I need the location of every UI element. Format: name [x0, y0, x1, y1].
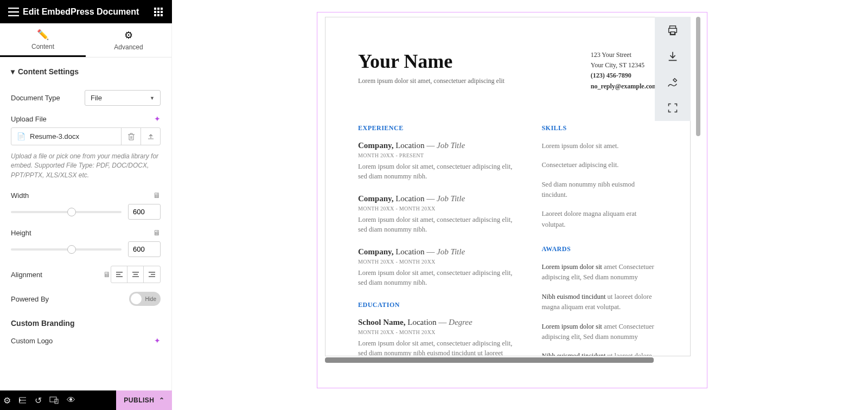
preview-icon[interactable]: 👁	[67, 395, 75, 405]
upload-file-button[interactable]	[141, 128, 160, 145]
resume-name: Your Name	[358, 50, 505, 73]
sparkle-icon[interactable]: ✦	[154, 336, 161, 345]
experience-entry: Company, Location — Job Title MONTH 20XX…	[358, 141, 514, 181]
publish-label: PUBLISH	[124, 396, 154, 404]
row-document-type: Document Type File	[11, 90, 161, 106]
navigator-icon[interactable]	[18, 396, 27, 405]
gear-icon: ⚙	[124, 29, 133, 41]
resume-tagline: Lorem ipsum dolor sit amet, consectetuer…	[358, 77, 505, 85]
skill-item: Laoreet dolore magna aliquam erat volutp…	[541, 209, 658, 230]
upload-help-text: Upload a file or pick one from your medi…	[11, 152, 161, 180]
main-menu-button[interactable]	[5, 8, 22, 16]
award-item: Lorem ipsum dolor sit amet Consectetuer …	[541, 262, 658, 283]
alignment-buttons	[111, 266, 161, 283]
experience-entry: Company, Location — Job Title MONTH 20XX…	[358, 247, 514, 287]
skill-item: Lorem ipsum dolor sit amet.	[541, 141, 658, 151]
skill-item: Sed diam nonummy nibh euismod tincidunt.	[541, 180, 658, 201]
publish-button[interactable]: PUBLISH ⌃	[116, 390, 172, 410]
editor-title: Edit EmbedPress Document	[22, 7, 150, 17]
panel-body: ▾ Content Settings Document Type File Up…	[0, 57, 171, 390]
desktop-icon[interactable]: 🖥	[153, 191, 161, 200]
fullscreen-button[interactable]	[667, 102, 678, 113]
settings-tabs: ✏️ Content ⚙ Advanced	[0, 23, 171, 57]
svg-rect-1	[157, 8, 159, 10]
svg-rect-2	[161, 8, 163, 10]
sparkle-icon[interactable]: ✦	[154, 114, 161, 123]
height-input[interactable]	[128, 241, 161, 257]
width-label: Width	[11, 191, 153, 200]
svg-rect-0	[154, 8, 156, 10]
skills-heading: SKILLS	[541, 124, 658, 132]
education-entry: School Name, Location — Degree MONTH 20X…	[358, 318, 514, 357]
contact-email: no_reply@example.com	[591, 81, 658, 92]
skill-item: Consectetuer adipiscing elit.	[541, 160, 658, 170]
tab-content[interactable]: ✏️ Content	[0, 23, 86, 57]
powered-by-toggle[interactable]: Hide	[129, 292, 161, 306]
tab-advanced[interactable]: ⚙ Advanced	[86, 23, 171, 57]
row-alignment: Alignment 🖥	[11, 266, 161, 283]
section-content-settings[interactable]: ▾ Content Settings	[11, 57, 161, 81]
custom-branding-header: Custom Branding	[11, 319, 161, 328]
document-type-label: Document Type	[11, 94, 85, 102]
pencil-icon: ✏️	[37, 29, 49, 41]
svg-rect-8	[161, 14, 163, 16]
section-title: Content Settings	[18, 67, 79, 76]
draw-button[interactable]	[667, 76, 679, 88]
document-type-select[interactable]: File	[85, 90, 161, 106]
svg-rect-5	[161, 11, 163, 13]
tab-advanced-label: Advanced	[114, 43, 143, 51]
document-type-value: File	[91, 94, 102, 102]
document-icon: 📄	[17, 132, 25, 140]
contact-street: 123 Your Street	[591, 50, 658, 60]
history-icon[interactable]: ↺	[35, 395, 42, 406]
custom-logo-label: Custom Logo	[11, 337, 154, 345]
row-width: Width 🖥	[11, 191, 161, 200]
tab-content-label: Content	[31, 43, 54, 50]
widget-frame[interactable]: Your Name Lorem ipsum dolor sit amet, co…	[317, 12, 707, 388]
footer-icons: ⚙ ↺ 👁	[0, 390, 116, 410]
print-button[interactable]	[667, 24, 679, 36]
download-button[interactable]	[667, 50, 679, 62]
resume-contact: 123 Your Street Your City, ST 12345 (123…	[591, 50, 658, 92]
settings-icon[interactable]: ⚙	[3, 395, 11, 406]
contact-city: Your City, ST 12345	[591, 60, 658, 71]
education-heading: EDUCATION	[358, 301, 514, 309]
row-powered-by: Powered By Hide	[11, 292, 161, 306]
editor-header: Edit EmbedPress Document	[0, 0, 172, 23]
widget-grid-button[interactable]	[150, 8, 167, 16]
award-item: Lorem ipsum dolor sit amet Consectetuer …	[541, 322, 658, 343]
height-slider[interactable]	[11, 248, 122, 251]
resume-document: Your Name Lorem ipsum dolor sit amet, co…	[326, 17, 690, 356]
award-item: Nibh euismod tincidunt ut laoreet dolore…	[541, 292, 658, 313]
editor-footer: ⚙ ↺ 👁 PUBLISH ⌃	[0, 390, 172, 410]
delete-file-button[interactable]	[121, 128, 141, 145]
horizontal-scrollbar[interactable]	[325, 357, 654, 363]
svg-rect-3	[154, 11, 156, 13]
svg-rect-7	[157, 14, 159, 16]
editor-canvas[interactable]: Your Name Lorem ipsum dolor sit amet, co…	[172, 0, 868, 410]
width-input[interactable]	[128, 204, 161, 220]
align-right-button[interactable]	[144, 266, 160, 283]
desktop-icon[interactable]: 🖥	[103, 270, 111, 279]
settings-sidebar: ✏️ Content ⚙ Advanced ▾ Content Settings…	[0, 23, 172, 390]
width-control	[11, 204, 161, 220]
width-slider[interactable]	[11, 211, 122, 213]
row-custom-logo: Custom Logo ✦	[11, 336, 161, 345]
vertical-scrollbar[interactable]	[696, 17, 700, 136]
toggle-state-label: Hide	[145, 296, 156, 302]
uploaded-file: 📄 Resume-3.docx	[11, 127, 161, 145]
responsive-icon[interactable]	[49, 396, 59, 404]
experience-entry: Company, Location — Job Title MONTH 20XX…	[358, 194, 514, 234]
award-item: Nibh euismod tincidunt ut laoreet dolore…	[541, 351, 658, 356]
height-control	[11, 241, 161, 257]
upload-file-label: Upload File	[11, 115, 154, 123]
height-label: Height	[11, 229, 153, 237]
row-upload-file: Upload File ✦	[11, 114, 161, 123]
chevron-up-icon: ⌃	[159, 396, 165, 404]
align-left-button[interactable]	[111, 266, 127, 283]
awards-heading: AWARDS	[541, 245, 658, 253]
pdf-toolbar	[655, 17, 691, 121]
desktop-icon[interactable]: 🖥	[153, 228, 161, 237]
svg-rect-6	[154, 14, 156, 16]
align-center-button[interactable]	[127, 266, 144, 283]
